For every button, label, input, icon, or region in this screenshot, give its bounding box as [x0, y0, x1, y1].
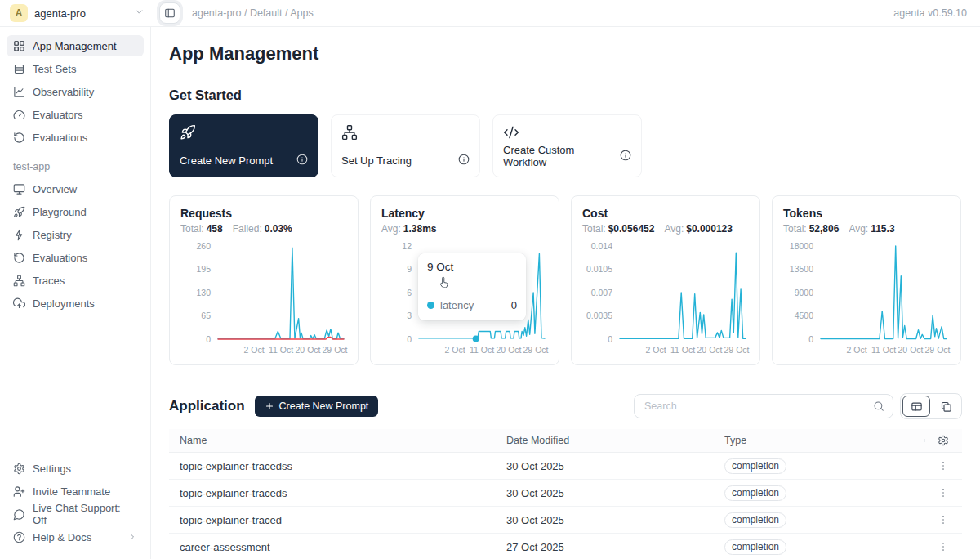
card-label: Create Custom Workflow	[503, 144, 620, 168]
sidebar-item-registry[interactable]: Registry	[7, 224, 144, 245]
type-badge: completion	[724, 485, 786, 501]
search-box	[634, 394, 893, 418]
sidebar-item-playground[interactable]: Playground	[7, 201, 144, 222]
app-date-modified: 30 Oct 2025	[496, 487, 714, 499]
table-row[interactable]: career-assessment 27 Oct 2025 completion	[169, 534, 962, 559]
row-menu-button[interactable]	[936, 512, 951, 527]
chart-stats: Avg:1.38ms	[381, 223, 548, 235]
card-label: Create New Prompt	[180, 154, 273, 167]
svg-text:20 Oct: 20 Oct	[697, 345, 723, 355]
tooltip-date: 9 Oct	[427, 261, 517, 273]
sidebar-spacer	[7, 315, 144, 456]
svg-text:11 Oct: 11 Oct	[470, 345, 494, 355]
user-plus-icon	[13, 485, 25, 498]
app-date-modified: 30 Oct 2025	[496, 460, 714, 472]
sidebar-item-test-sets[interactable]: Test Sets	[7, 58, 144, 79]
sidebar-item-label: Settings	[33, 463, 71, 475]
table-header: Name Date Modified Type	[169, 429, 962, 453]
svg-text:260: 260	[196, 241, 211, 251]
svg-text:2 Oct: 2 Oct	[645, 345, 666, 355]
breadcrumb[interactable]: agenta-pro / Default / Apps	[192, 7, 314, 19]
svg-text:6: 6	[407, 288, 412, 297]
svg-text:0: 0	[206, 334, 211, 344]
column-header-name[interactable]: Name	[169, 435, 496, 446]
row-menu-button[interactable]	[936, 458, 951, 473]
sidebar-item-overview[interactable]: Overview	[7, 178, 144, 199]
sidebar-item-evaluations[interactable]: Evaluations	[7, 127, 144, 148]
search-input[interactable]	[643, 400, 873, 413]
sidebar-item-label: Observability	[33, 86, 94, 98]
table-view-icon	[911, 400, 923, 413]
svg-text:29 Oct: 29 Oct	[925, 345, 951, 355]
svg-text:11 Oct: 11 Oct	[269, 345, 293, 355]
create-new-prompt-button[interactable]: Create New Prompt	[255, 396, 379, 417]
set-up-tracing-card[interactable]: Set Up Tracing	[331, 114, 480, 177]
tokens-chart[interactable]: 04500900013500180002 Oct11 Oct20 Oct29 O…	[783, 238, 951, 357]
chevron-right-icon	[127, 532, 137, 542]
create-new-prompt-card[interactable]: Create New Prompt	[169, 114, 318, 177]
gauge-icon	[13, 109, 25, 121]
code-icon	[503, 124, 631, 144]
cost-chart[interactable]: 00.00350.0070.01050.0142 Oct11 Oct20 Oct…	[582, 238, 751, 357]
sidebar-item-label: Evaluators	[33, 109, 82, 121]
get-started-cards: Create New Prompt Set Up Tracing Create …	[169, 114, 962, 177]
sidebar-item-evaluators[interactable]: Evaluators	[7, 104, 144, 125]
sidebar-item-app-management[interactable]: App Management	[7, 35, 144, 56]
sidebar-item-label: Live Chat Support: Off	[33, 502, 137, 526]
sidebar-item-live-chat[interactable]: Live Chat Support: Off	[7, 503, 144, 525]
column-header-type[interactable]: Type	[714, 435, 924, 446]
app-version: agenta v0.59.10	[893, 7, 980, 19]
application-header: Application Create New Prompt	[169, 393, 962, 419]
column-header-date-modified[interactable]: Date Modified	[496, 435, 714, 446]
chart-title: Tokens	[783, 207, 950, 220]
type-badge: completion	[724, 512, 786, 528]
info-icon[interactable]	[296, 154, 308, 168]
rotate-icon	[13, 132, 25, 144]
sidebar-item-label: App Management	[33, 40, 117, 52]
search-icon[interactable]	[873, 400, 884, 412]
hand-pointer-icon	[438, 275, 452, 293]
app-name: topic-explainer-traced	[169, 514, 496, 526]
latency-chart-card: Latency Avg:1.38ms 0369122 Oct11 Oct20 O…	[370, 195, 559, 365]
table-view-button[interactable]	[902, 396, 930, 417]
sidebar-toggle-button[interactable]	[159, 2, 180, 24]
sidebar-item-label: Test Sets	[33, 63, 76, 75]
sidebar-item-deployments[interactable]: Deployments	[7, 293, 144, 314]
sidebar-item-observability[interactable]: Observability	[7, 81, 144, 102]
card-view-button[interactable]	[932, 396, 960, 417]
sidebar-item-traces[interactable]: Traces	[7, 270, 144, 291]
svg-text:0.0105: 0.0105	[586, 264, 612, 274]
gear-icon	[938, 435, 949, 446]
zap-icon	[13, 229, 25, 241]
topbar: A agenta-pro agenta-pro / Default / Apps…	[0, 0, 980, 27]
svg-text:20 Oct: 20 Oct	[296, 345, 321, 355]
svg-text:11 Oct: 11 Oct	[670, 345, 695, 355]
gear-icon	[13, 463, 25, 475]
card-view-icon	[940, 400, 952, 413]
table-row[interactable]: topic-explainer-traced 30 Oct 2025 compl…	[169, 507, 962, 534]
svg-text:195: 195	[196, 264, 211, 274]
create-custom-workflow-card[interactable]: Create Custom Workflow	[492, 114, 642, 177]
svg-text:65: 65	[201, 311, 211, 320]
table-row[interactable]: topic-explainer-tracedss 30 Oct 2025 com…	[169, 453, 962, 480]
requests-chart[interactable]: 0651301952602 Oct11 Oct20 Oct29 Oct	[180, 238, 349, 357]
rocket-icon	[13, 206, 25, 218]
application-title: Application	[169, 398, 245, 414]
sidebar-item-app-evaluations[interactable]: Evaluations	[7, 247, 144, 268]
row-menu-button[interactable]	[936, 539, 951, 554]
table-row[interactable]: topic-explainer-traceds 30 Oct 2025 comp…	[169, 480, 962, 507]
sidebar-item-help-docs[interactable]: Help & Docs	[7, 526, 144, 548]
table-settings-button[interactable]	[936, 433, 951, 448]
row-menu-button[interactable]	[936, 485, 951, 500]
chevron-down-icon	[134, 6, 145, 20]
info-icon[interactable]	[620, 150, 631, 163]
app-name: topic-explainer-traceds	[169, 487, 496, 499]
workspace-selector[interactable]: A agenta-pro	[0, 4, 151, 22]
svg-text:29 Oct: 29 Oct	[724, 345, 750, 355]
sidebar-item-invite-teammate[interactable]: Invite Teammate	[7, 481, 144, 502]
svg-text:18000: 18000	[790, 241, 813, 251]
svg-text:9: 9	[407, 264, 412, 274]
sidebar-item-settings[interactable]: Settings	[7, 458, 144, 479]
info-icon[interactable]	[458, 154, 470, 168]
chart-line-icon	[13, 86, 25, 98]
